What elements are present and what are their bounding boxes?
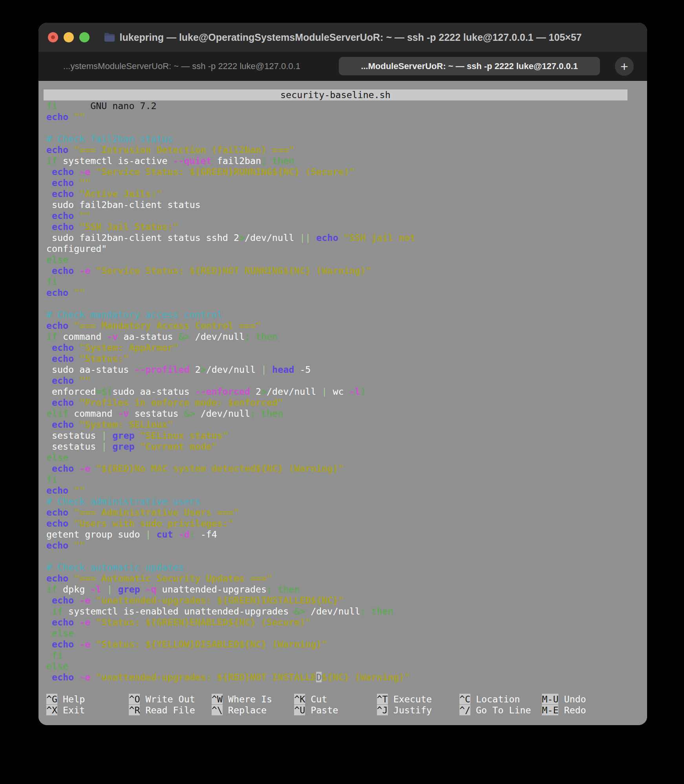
code-line[interactable]: else [46, 628, 647, 639]
code-line[interactable]: echo "" [46, 485, 647, 496]
shortcut-cut[interactable]: ^K Cut [294, 694, 327, 705]
window-titlebar[interactable]: lukepring — luke@OperatingSystemsModuleS… [38, 23, 647, 52]
token-plain-text: aa-status [118, 331, 178, 342]
shortcut-paste[interactable]: ^U Paste [294, 705, 338, 716]
code-line[interactable]: sestatus | grep "SELinux status" [46, 430, 647, 441]
code-line[interactable]: # Check mandatory access control [46, 309, 647, 320]
tab-active[interactable]: ...ModuleServerUoR: ~ — ssh -p 2222 luke… [339, 57, 600, 75]
shortcut-label: Exit [57, 705, 85, 715]
code-line[interactable]: if systemctl is-enabled unattended-upgra… [46, 606, 647, 617]
code-line[interactable]: fi [46, 276, 647, 287]
token-builtin-command: echo [52, 375, 74, 386]
minimize-button[interactable] [64, 32, 74, 42]
code-line[interactable]: echo -e "${RED}No MAC system detected${N… [46, 463, 647, 474]
code-line[interactable]: echo "" [46, 287, 647, 298]
token-plain-text [74, 353, 79, 364]
new-tab-button[interactable]: + [615, 57, 634, 76]
code-line[interactable]: echo -e "Status: ${GREEN}ENABLED${NC} (S… [46, 617, 647, 628]
shortcut-location[interactable]: ^C Location [459, 694, 520, 705]
token-pipe: | [261, 364, 267, 375]
code-line[interactable]: if command -v aa-status &> /dev/null; th… [46, 331, 647, 342]
code-line[interactable]: echo "Users with sudo privileges:" [46, 518, 647, 529]
folder-icon [104, 33, 115, 42]
code-line[interactable]: sudo fail2ban-client status [46, 199, 647, 210]
code-line[interactable]: else [46, 254, 647, 265]
code-line[interactable]: echo "" [46, 375, 647, 386]
token-flag-option: -e [79, 166, 90, 177]
tab-inactive[interactable]: ...ystemsModuleServerUoR: ~ — ssh -p 222… [38, 52, 325, 80]
code-line[interactable]: echo "" [46, 111, 647, 122]
code-line[interactable]: echo "=== Automatic Security Updates ===… [46, 573, 647, 584]
code-line[interactable]: echo "" [46, 177, 647, 188]
token-builtin-command: echo [52, 188, 74, 199]
code-line[interactable]: fi [46, 650, 647, 661]
token-string: ${NC} (Warning)" [322, 672, 410, 682]
code-line[interactable]: echo "Active Jails:" [46, 188, 647, 199]
code-line[interactable]: echo -e "Service Status: ${RED}NOT RUNNI… [46, 265, 647, 276]
token-plain-text [46, 419, 52, 430]
code-line[interactable]: echo "" [46, 210, 647, 221]
shortcut-help[interactable]: ^G Help [46, 694, 85, 705]
shortcut-go-to-line[interactable]: ^/ Go To Line [459, 705, 531, 716]
shortcut-undo[interactable]: M-U Undo [542, 694, 586, 705]
token-plain-text [140, 584, 145, 594]
token-plain-text: systemctl is-active [57, 155, 173, 166]
zoom-button[interactable] [79, 32, 90, 42]
token-plain-text [107, 430, 112, 441]
shortcut-replace[interactable]: ^\ Replace [212, 705, 267, 716]
code-line[interactable]: configured" [46, 243, 647, 254]
code-line[interactable]: # Check automatic updates [46, 562, 647, 573]
code-line[interactable]: echo "=== Intrusion Detection (fail2ban)… [46, 144, 647, 155]
code-line[interactable]: echo "Profiles in enforce mode: $enforce… [46, 397, 647, 408]
code-lines: fiecho ""# Check fail2ban statusecho "==… [46, 100, 647, 683]
code-line[interactable]: echo -e "unattended-upgrades: ${GREEN}IN… [46, 595, 647, 606]
token-string: "Service Status: ${RED}NOT RUNNING${NC} … [96, 265, 371, 276]
token-flag-option: -e [79, 639, 90, 649]
code-line[interactable] [46, 298, 647, 309]
code-line[interactable]: if systemctl is-active --quiet fail2ban;… [46, 155, 647, 166]
shortcut-justify[interactable]: ^J Justify [377, 705, 432, 716]
close-button[interactable] [48, 32, 58, 42]
code-line[interactable]: else [46, 452, 647, 463]
shortcut-read-file[interactable]: ^R Read File [129, 705, 195, 716]
shortcut-execute[interactable]: ^T Execute [377, 694, 432, 705]
code-line[interactable]: echo "=== Mandatory Access Control ===" [46, 320, 647, 331]
code-line[interactable]: echo "=== Administrative Users ===" [46, 507, 647, 518]
code-line[interactable]: sudo aa-status --profiled 2>/dev/null | … [46, 364, 647, 375]
code-line[interactable]: echo "System: SELinux" [46, 419, 647, 430]
code-line[interactable]: echo "" [46, 540, 647, 551]
token-builtin-command: cut [157, 529, 173, 540]
code-line[interactable]: if dpkg -l | grep -q unattended-upgrades… [46, 584, 647, 595]
code-line[interactable] [46, 122, 647, 133]
token-plain-text [46, 639, 52, 649]
token-string: "=== Administrative Users ===" [74, 507, 239, 518]
nano-filename: security-baseline.sh [280, 89, 391, 100]
code-line[interactable]: elif command -v sestatus &> /dev/null; t… [46, 408, 647, 419]
plus-icon: + [620, 60, 628, 73]
code-line[interactable]: echo -e "Status: ${YELLOW}DISABLED${NC} … [46, 639, 647, 650]
terminal-screen[interactable]: GNU nano 7.2 security-baseline.sh fiecho… [38, 81, 647, 725]
code-line[interactable]: echo "SSH Jail Status:" [46, 221, 647, 232]
code-line[interactable]: getent group sudo | cut -d: -f4 [46, 529, 647, 540]
token-plain-text [90, 617, 96, 627]
code-line[interactable]: # Check fail2ban status [46, 133, 647, 144]
code-line[interactable]: else [46, 661, 647, 672]
code-line[interactable]: enforced=$(sudo aa-status --enforced 2>/… [46, 386, 647, 397]
shortcut-write-out[interactable]: ^O Write Out [129, 694, 195, 705]
code-line[interactable]: sudo fail2ban-client status sshd 2>/dev/… [46, 232, 647, 243]
token-flag-option: --quiet [173, 155, 212, 166]
code-line[interactable]: sestatus | grep "Current mode" [46, 441, 647, 452]
code-line[interactable]: echo -e "Service Status: ${GREEN}RUNNING… [46, 166, 647, 177]
shortcut-where-is[interactable]: ^W Where Is [212, 694, 272, 705]
code-line[interactable] [46, 551, 647, 562]
code-line[interactable]: # Check administrative users [46, 496, 647, 507]
token-plain-text [74, 375, 79, 386]
token-plain-text [46, 375, 52, 386]
shortcut-redo[interactable]: M-E Redo [542, 705, 586, 716]
code-line[interactable]: echo -e "unattended-upgrades: ${RED}NOT … [46, 672, 647, 683]
code-line[interactable]: echo "Status:" [46, 353, 647, 364]
token-plain-text: sestatus [129, 408, 184, 419]
shortcut-exit[interactable]: ^X Exit [46, 705, 85, 716]
code-line[interactable]: fi [46, 474, 647, 485]
code-line[interactable]: echo "System: AppArmor" [46, 342, 647, 353]
